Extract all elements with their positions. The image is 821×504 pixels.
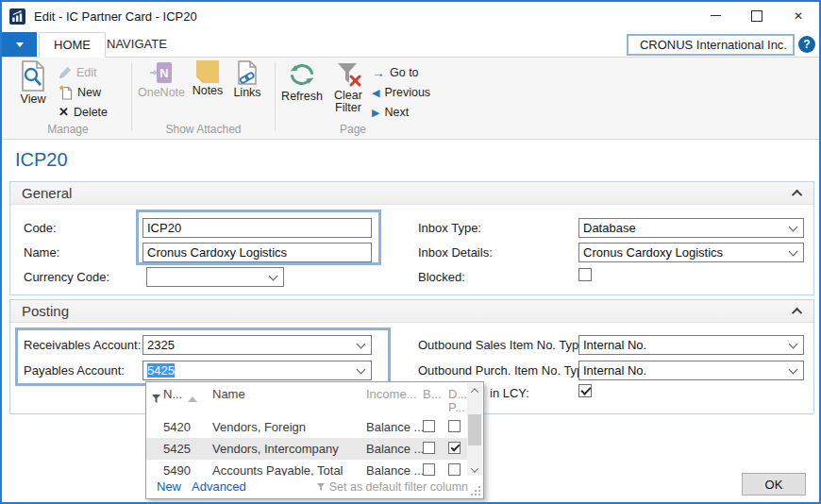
column-header-p[interactable]: P... xyxy=(448,400,465,414)
inbox-details-label: Inbox Details: xyxy=(418,245,493,260)
balance-checkbox[interactable] xyxy=(423,442,435,454)
inbox-type-label: Inbox Type: xyxy=(418,221,481,235)
name-input[interactable] xyxy=(142,243,372,262)
scrollbar-thumb[interactable] xyxy=(468,414,481,445)
goto-button[interactable]: Go to xyxy=(372,62,430,82)
new-button[interactable]: New xyxy=(59,82,108,102)
direct-posting-checkbox[interactable] xyxy=(448,442,461,454)
column-header-no[interactable]: N... xyxy=(163,387,182,401)
lookup-row[interactable]: 5425 Vendors, Intercompany Balance ... xyxy=(146,438,467,460)
chevron-down-icon[interactable] xyxy=(789,247,798,257)
chevron-down-icon[interactable] xyxy=(357,340,366,349)
window-title: Edit - IC Partner Card - ICP20 xyxy=(34,9,197,24)
direct-posting-checkbox[interactable] xyxy=(448,463,461,476)
minimize-button[interactable] xyxy=(695,2,736,29)
next-button[interactable]: Next xyxy=(372,102,430,122)
collapse-chevron-icon[interactable] xyxy=(792,189,802,199)
onenote-icon: N xyxy=(149,60,174,85)
delete-x-icon: ✕ xyxy=(59,107,69,118)
ribbon-separator xyxy=(131,62,132,130)
blocked-checkbox[interactable] xyxy=(578,268,592,281)
receivables-account-combobox[interactable]: 2325 xyxy=(142,335,372,355)
group-label-show-attached: Show Attached xyxy=(134,123,273,136)
links-button[interactable]: Links xyxy=(228,60,266,99)
account-lookup-dropdown: N... Name Income... B... D... P... 5420 … xyxy=(145,381,484,499)
refresh-icon xyxy=(288,60,316,89)
lookup-scrollbar[interactable] xyxy=(467,383,482,477)
ribbon-tabstrip: HOME NAVIGATE CRONUS International Inc. xyxy=(2,30,819,57)
blocked-label: Blocked: xyxy=(418,270,465,284)
notes-button[interactable]: Notes xyxy=(189,60,226,97)
set-default-filter-column[interactable]: Set as default filter column xyxy=(316,480,468,494)
help-icon[interactable] xyxy=(798,36,815,53)
outbound-sales-combobox[interactable]: Internal No. xyxy=(578,335,804,355)
titlebar: Edit - IC Partner Card - ICP20 xyxy=(2,2,819,30)
next-arrow-icon xyxy=(372,106,379,119)
clear-filter-icon xyxy=(335,60,362,88)
view-icon xyxy=(20,60,46,92)
inbox-details-combobox[interactable]: Cronus Cardoxy Logistics xyxy=(578,243,804,262)
scroll-down-icon[interactable] xyxy=(467,462,482,477)
pencil-icon xyxy=(59,66,72,79)
maximize-button[interactable] xyxy=(736,2,778,29)
code-label: Code: xyxy=(24,221,57,235)
lcy-label: in LCY: xyxy=(490,386,529,400)
collapse-chevron-icon[interactable] xyxy=(792,307,802,317)
ribbon-group-manage: View Edit New ✕ xyxy=(8,58,128,139)
lookup-row[interactable]: 5420 Vendors, Foreign Balance ... xyxy=(146,416,467,438)
tab-home[interactable]: HOME xyxy=(39,32,106,58)
code-input[interactable] xyxy=(142,218,372,238)
fasttab-general: General Code: Name: Currency Code: Inbox… xyxy=(9,181,814,295)
view-button[interactable]: View xyxy=(13,60,53,106)
balance-checkbox[interactable] xyxy=(423,463,435,476)
filter-icon[interactable] xyxy=(151,394,161,404)
currency-code-combobox[interactable] xyxy=(146,267,284,287)
advanced-link[interactable]: Advanced xyxy=(192,479,246,494)
window: Edit - IC Partner Card - ICP20 HOME NAVI… xyxy=(0,0,821,504)
refresh-button[interactable]: Refresh xyxy=(279,60,325,103)
manage-small-buttons: Edit New ✕ Delete xyxy=(59,62,108,122)
onenote-button[interactable]: N OneNote xyxy=(136,60,187,99)
ok-button[interactable]: OK xyxy=(742,473,806,496)
new-document-icon xyxy=(59,85,73,100)
chevron-down-icon[interactable] xyxy=(789,365,798,375)
payables-account-combobox[interactable]: 5425 xyxy=(142,361,372,380)
svg-text:N: N xyxy=(159,66,168,80)
new-link[interactable]: New xyxy=(157,479,181,494)
column-header-d[interactable]: D... xyxy=(448,387,467,401)
delete-button[interactable]: ✕ Delete xyxy=(59,102,108,122)
direct-posting-checkbox[interactable] xyxy=(448,420,461,432)
inbox-type-combobox[interactable]: Database xyxy=(578,218,804,238)
sort-ascending-icon xyxy=(188,396,197,402)
chevron-down-icon[interactable] xyxy=(357,365,366,375)
outbound-purch-combobox[interactable]: Internal No. xyxy=(578,361,804,380)
outbound-sales-label: Outbound Sales Item No. Type: xyxy=(418,338,589,352)
group-label-page: Page xyxy=(277,123,428,136)
lcy-checkbox[interactable] xyxy=(578,384,592,397)
ribbon-group-page: Refresh Clear Filter Go to xyxy=(277,58,428,139)
scroll-up-icon[interactable] xyxy=(467,383,482,397)
column-header-name[interactable]: Name xyxy=(212,387,245,401)
ribbon-group-show-attached: N OneNote Notes Links Show At xyxy=(134,58,273,139)
tab-navigate[interactable]: NAVIGATE xyxy=(92,32,181,58)
application-menu-button[interactable] xyxy=(2,32,37,57)
group-label-manage: Manage xyxy=(8,123,128,136)
chevron-down-icon[interactable] xyxy=(789,340,798,349)
balance-checkbox[interactable] xyxy=(423,420,435,432)
window-controls xyxy=(695,2,819,29)
app-icon xyxy=(9,8,25,25)
chevron-down-icon[interactable] xyxy=(789,223,798,232)
payables-account-label: Payables Account: xyxy=(24,363,125,378)
edit-button[interactable]: Edit xyxy=(59,62,108,82)
close-button[interactable] xyxy=(778,2,819,29)
column-header-b[interactable]: B... xyxy=(423,387,442,401)
company-name-box[interactable]: CRONUS International Inc. xyxy=(627,34,795,56)
clear-filter-button[interactable]: Clear Filter xyxy=(328,60,368,114)
fasttab-posting-header[interactable]: Posting xyxy=(10,300,813,323)
resize-grip[interactable] xyxy=(471,486,480,496)
column-header-income[interactable]: Income... xyxy=(366,387,416,401)
fasttab-general-header[interactable]: General xyxy=(10,182,813,205)
previous-button[interactable]: Previous xyxy=(372,82,430,102)
selected-text: 5425 xyxy=(147,363,175,378)
chevron-down-icon[interactable] xyxy=(269,272,278,281)
